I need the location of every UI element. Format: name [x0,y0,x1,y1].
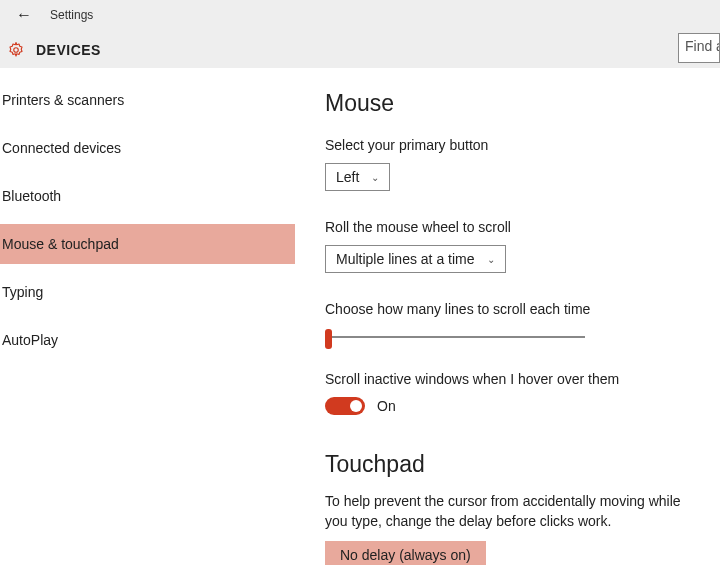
lines-to-scroll-label: Choose how many lines to scroll each tim… [325,301,720,317]
slider-track [325,336,585,338]
primary-button-value: Left [336,169,359,185]
sidebar-item-printers-scanners[interactable]: Printers & scanners [0,80,295,120]
touchpad-delay-value: No delay (always on) [340,547,471,563]
primary-button-label: Select your primary button [325,137,720,153]
sidebar: Printers & scanners Connected devices Bl… [0,68,295,565]
slider-thumb[interactable] [325,329,332,349]
mouse-heading: Mouse [325,90,720,117]
scroll-wheel-label: Roll the mouse wheel to scroll [325,219,720,235]
scroll-inactive-toggle[interactable] [325,397,365,415]
touchpad-delay-dropdown[interactable]: No delay (always on) [325,541,486,565]
sidebar-item-mouse-touchpad[interactable]: Mouse & touchpad [0,224,295,264]
header-top-row: ← Settings [0,4,720,26]
svg-point-0 [14,48,19,53]
lines-slider[interactable] [325,327,585,347]
search-placeholder: Find a [685,38,720,54]
search-input[interactable]: Find a [678,33,720,63]
scroll-wheel-dropdown[interactable]: Multiple lines at a time ⌄ [325,245,506,273]
body: Printers & scanners Connected devices Bl… [0,68,720,565]
scroll-wheel-value: Multiple lines at a time [336,251,475,267]
scroll-inactive-label: Scroll inactive windows when I hover ove… [325,371,720,387]
sidebar-item-bluetooth[interactable]: Bluetooth [0,176,295,216]
window-title: Settings [50,8,93,22]
back-arrow-icon[interactable]: ← [16,7,32,23]
touchpad-heading: Touchpad [325,451,720,478]
sidebar-item-connected-devices[interactable]: Connected devices [0,128,295,168]
header: ← Settings DEVICES Find a [0,0,720,68]
scroll-inactive-state: On [377,398,396,414]
touchpad-description: To help prevent the cursor from accident… [325,492,705,531]
toggle-knob [350,400,362,412]
gear-icon [6,40,26,60]
chevron-down-icon: ⌄ [487,254,495,265]
page-category: DEVICES [36,42,101,58]
primary-button-dropdown[interactable]: Left ⌄ [325,163,390,191]
scroll-inactive-row: On [325,397,720,415]
sidebar-item-autoplay[interactable]: AutoPlay [0,320,295,360]
content-pane: Mouse Select your primary button Left ⌄ … [295,68,720,565]
header-main-row: DEVICES [0,30,720,70]
sidebar-item-typing[interactable]: Typing [0,272,295,312]
chevron-down-icon: ⌄ [371,172,379,183]
